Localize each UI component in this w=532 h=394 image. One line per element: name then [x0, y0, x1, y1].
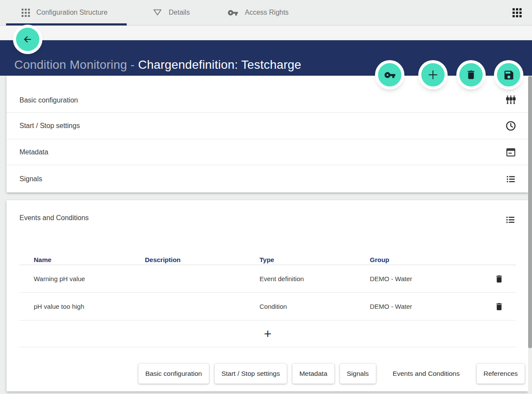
active-tab-underline	[6, 23, 127, 26]
key-icon	[228, 7, 238, 18]
nav-button-references[interactable]: References	[477, 364, 525, 384]
section-label: Start / Stop settings	[19, 122, 505, 130]
top-tab-bar: Configuration Structure Details Access R…	[0, 0, 532, 26]
cell-type: Condition	[260, 303, 370, 310]
section-row-start-stop-settings[interactable]: Start / Stop settings	[6, 113, 528, 139]
tab-label: Details	[169, 9, 190, 16]
scrollbar[interactable]	[528, 76, 532, 394]
section-row-basic-configuration[interactable]: Basic configuration	[6, 76, 528, 113]
tab-label: Configuration Structure	[36, 9, 108, 16]
column-header-name: Name	[19, 256, 145, 263]
nav-button-start-stop-settings[interactable]: Start / Stop settings	[215, 364, 287, 384]
toolbar-strip	[0, 26, 532, 40]
apps-grid-icon[interactable]	[513, 8, 522, 17]
cell-name: pH value too high	[19, 303, 145, 310]
trash-icon	[465, 69, 477, 80]
events-panel-title: Events and Conditions	[19, 214, 89, 222]
back-button[interactable]	[16, 28, 39, 51]
trash-icon	[494, 302, 504, 311]
tab-label: Access Rights	[245, 9, 288, 16]
nav-button-signals[interactable]: Signals	[340, 364, 376, 384]
funnel-icon	[153, 8, 162, 17]
key-icon	[384, 69, 396, 81]
page-title: Condition Monitoring - Chargendefinition…	[14, 58, 301, 72]
delete-button[interactable]	[459, 63, 483, 86]
column-header-description: Description	[145, 256, 260, 263]
page-title-context: Condition Monitoring -	[14, 58, 138, 71]
scrollbar-thumb[interactable]	[528, 76, 532, 348]
list-icon	[505, 173, 516, 185]
column-header-type: Type	[260, 256, 370, 263]
bottom-section-nav: Basic configuration Start / Stop setting…	[138, 364, 525, 384]
arrow-left-icon	[22, 34, 33, 45]
section-label: Basic configuration	[19, 96, 505, 104]
cell-group: DEMO - Water	[370, 303, 484, 310]
column-header-group: Group	[370, 256, 484, 263]
events-and-conditions-card: Events and Conditions Name Description T…	[6, 200, 528, 391]
page-title-entity: Chargendefinition: Testcharge	[138, 58, 301, 71]
section-row-metadata[interactable]: Metadata	[6, 139, 528, 165]
calendar-icon	[505, 147, 516, 158]
nav-button-events-and-conditions[interactable]: Events and Conditions	[381, 364, 471, 384]
tab-configuration-structure[interactable]: Configuration Structure	[22, 0, 108, 25]
events-table: Name Description Type Group Warning pH v…	[19, 254, 516, 347]
nav-button-metadata[interactable]: Metadata	[292, 364, 334, 384]
sliders-icon	[505, 95, 516, 106]
grid-icon	[22, 9, 30, 17]
events-table-header: Name Description Type Group	[19, 254, 516, 265]
add-row: +	[19, 320, 516, 347]
section-label: Metadata	[19, 148, 505, 156]
tab-details[interactable]: Details	[153, 0, 190, 25]
list-icon	[505, 214, 516, 225]
configuration-sections-card: Basic configuration Start / Stop setting…	[6, 76, 528, 192]
add-button[interactable]	[421, 63, 445, 86]
save-icon	[503, 69, 515, 81]
section-row-signals[interactable]: Signals	[6, 165, 528, 192]
row-delete-button[interactable]	[494, 301, 505, 312]
page-header: Condition Monitoring - Chargendefinition…	[0, 40, 532, 76]
plus-icon	[426, 68, 439, 81]
table-row[interactable]: Warning pH value Event definition DEMO -…	[19, 265, 516, 293]
tab-access-rights[interactable]: Access Rights	[228, 0, 288, 25]
row-delete-button[interactable]	[494, 273, 505, 285]
add-row-button[interactable]: +	[260, 327, 276, 341]
cell-name: Warning pH value	[19, 275, 145, 282]
cell-group: DEMO - Water	[370, 275, 484, 282]
trash-icon	[494, 274, 504, 284]
nav-button-basic-configuration[interactable]: Basic configuration	[138, 364, 209, 384]
table-row[interactable]: pH value too high Condition DEMO - Water	[19, 293, 516, 320]
section-label: Signals	[19, 175, 505, 183]
save-button[interactable]	[497, 63, 520, 86]
clock-icon	[505, 120, 516, 131]
cell-type: Event definition	[260, 275, 370, 282]
access-key-button[interactable]	[378, 63, 401, 86]
